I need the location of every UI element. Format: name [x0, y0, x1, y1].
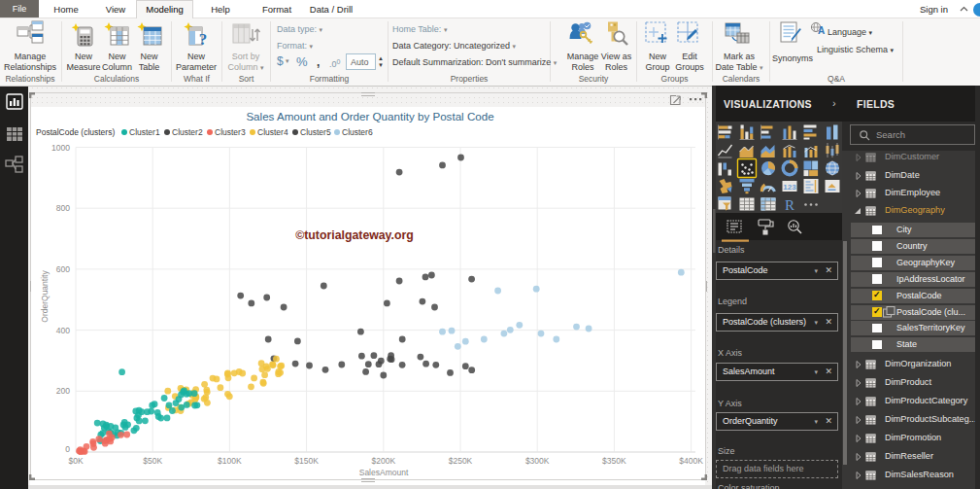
svg-text:?: ?	[199, 30, 208, 49]
svg-text:›: ›	[832, 97, 836, 109]
svg-text:R: R	[785, 197, 794, 213]
svg-text:A: A	[818, 25, 825, 36]
svg-text:123: 123	[783, 183, 796, 192]
